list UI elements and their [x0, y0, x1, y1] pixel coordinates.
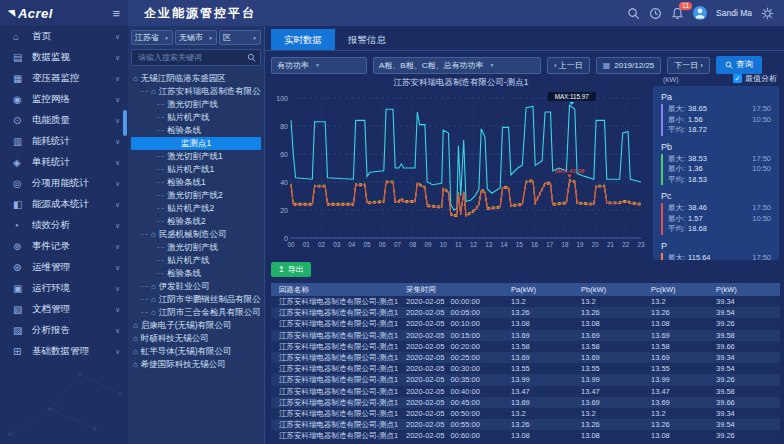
sidebar-item-performance[interactable]: ◔绩效分析∨: [0, 215, 128, 236]
phase-select[interactable]: A相、B相、C相、总有功功率▼: [373, 57, 541, 74]
building-icon: ⌂: [133, 321, 138, 330]
tree-node[interactable]: ⌂民盛机械制造公司: [131, 228, 261, 241]
sidebar-item-data-monitor[interactable]: ▤数据监视∨: [0, 47, 128, 68]
tree-node-label: 贴片机产线1: [167, 164, 214, 174]
gear-icon[interactable]: [761, 7, 774, 20]
table-cell: 39.54: [708, 363, 780, 374]
avatar[interactable]: [693, 6, 707, 20]
subitem-energy-icon: ◎: [13, 178, 28, 189]
tree-node[interactable]: 激光切割产线1: [131, 150, 261, 163]
power-quality-icon: ⊙: [13, 115, 28, 126]
sidebar-scrollbar[interactable]: [123, 110, 127, 136]
stat-series-name: Pc: [661, 191, 771, 201]
chart-plot[interactable]: 0204060801000001020304050607080910111213…: [275, 92, 647, 250]
tree-node[interactable]: 贴片机产线1: [131, 163, 261, 176]
table-cell: 13.26: [643, 419, 708, 430]
province-select[interactable]: 江苏省▼: [131, 30, 173, 45]
sidebar-item-label: 文档管理: [32, 303, 115, 316]
chevron-right-icon: ›: [700, 61, 703, 70]
user-name[interactable]: Sandi Ma: [716, 8, 752, 18]
chart-unit-label: (kW): [663, 75, 679, 84]
sidebar-item-transformer[interactable]: ▦变压器监控∨: [0, 68, 128, 89]
sidebar-item-subitem-stats[interactable]: ◎分项用能统计∨: [0, 173, 128, 194]
sidebar-item-home[interactable]: ⌂首页∨: [0, 26, 128, 47]
tree-node[interactable]: 激光切割产线2: [131, 189, 261, 202]
table-cell: 39.26: [708, 318, 780, 329]
tree-connector: [157, 169, 164, 170]
tree-node[interactable]: 贴片机产线: [131, 111, 261, 124]
tree-node[interactable]: ⌂伊发鞋业公司: [131, 280, 261, 293]
sidebar-item-report[interactable]: ▨分析报告∨: [0, 320, 128, 341]
svg-text:40: 40: [280, 179, 288, 186]
table-cell: 13.69: [503, 330, 573, 341]
tree-node[interactable]: 检验条线: [131, 124, 261, 137]
sidebar-item-env[interactable]: ▣运行环境∨: [0, 278, 128, 299]
tree-node[interactable]: ⌂无锡江阴临港东盛园区: [131, 72, 261, 85]
tree-node[interactable]: 贴片机产线2: [131, 202, 261, 215]
tree-node[interactable]: 激光切割产线: [131, 98, 261, 111]
sidebar-item-energy-stats[interactable]: ▥能耗统计∨: [0, 131, 128, 152]
sidebar-item-power-quality[interactable]: ⊙电能质量∨: [0, 110, 128, 131]
tree-node[interactable]: 检验条线2: [131, 215, 261, 228]
svg-text:100: 100: [276, 95, 288, 102]
tree-node[interactable]: ⌂希捷国际科技无锡公司: [131, 358, 261, 371]
search-icon[interactable]: [627, 7, 640, 20]
max-analysis-checkbox[interactable]: ✓ 最值分析: [733, 73, 777, 84]
sidebar-item-cost-stats[interactable]: ◧能源成本统计∨: [0, 194, 128, 215]
tree-node[interactable]: 监测点1: [131, 137, 261, 150]
tree-node[interactable]: ⌂时硕科技无锡公司: [131, 332, 261, 345]
prev-day-button[interactable]: ‹上一日: [547, 57, 590, 74]
stat-value: 18.68: [688, 224, 707, 235]
next-day-button[interactable]: 下一日›: [667, 57, 710, 74]
tree-node-label: 激光切割产线2: [167, 190, 223, 200]
tree-node-label: 希捷国际科技无锡公司: [141, 359, 226, 369]
bar-chart-icon: ▥: [13, 136, 28, 147]
tab-realtime-data[interactable]: 实时数据: [271, 29, 335, 50]
table-cell: 13.08: [573, 430, 643, 441]
search-icon[interactable]: [247, 53, 256, 62]
tree-connector: [141, 312, 148, 313]
metric-select[interactable]: 有功功率▼: [271, 57, 367, 74]
sidebar-item-docs[interactable]: ▧文档管理∨: [0, 299, 128, 320]
sidebar-item-events[interactable]: ⊚事件记录∨: [0, 236, 128, 257]
table-cell: 2020-02-05 00:25:00: [398, 352, 503, 363]
tree-node[interactable]: ⌂江阴市华鹏钢丝制品有限公司: [131, 293, 261, 306]
tree-node-label: 贴片机产线: [167, 255, 210, 265]
svg-text:80: 80: [280, 123, 288, 130]
clock-icon[interactable]: [649, 7, 662, 20]
sidebar-item-om[interactable]: ⊛运维管理∨: [0, 257, 128, 278]
chevron-down-icon: ∨: [115, 54, 120, 62]
tree-search-input[interactable]: [136, 52, 247, 63]
date-picker[interactable]: ▦2019/12/25: [596, 57, 662, 74]
tree-node[interactable]: 贴片机产线: [131, 254, 261, 267]
query-button[interactable]: 查询: [716, 56, 762, 74]
menu-collapse-icon[interactable]: ≡: [112, 6, 120, 21]
tab-alarm-info[interactable]: 报警信息: [335, 29, 399, 50]
table-cell: 13.2: [503, 408, 573, 419]
building-icon: ⌂: [133, 334, 138, 343]
table-cell: 江苏安科瑞电器制造有限公司-测点1: [271, 408, 398, 419]
tree-node[interactable]: ⌂江阴市三合金检具有限公司: [131, 306, 261, 319]
district-select[interactable]: 区▼: [219, 30, 261, 45]
export-button[interactable]: ↥导出: [271, 262, 311, 277]
stat-time: 10:50: [752, 164, 771, 175]
column-header: 采集时间: [398, 283, 503, 296]
tree-node[interactable]: 激光切割产线: [131, 241, 261, 254]
chart-x-axis: 0001020304050607080910111213141516171819…: [287, 238, 645, 248]
sidebar-item-network[interactable]: ◉监控网络∨: [0, 89, 128, 110]
region-selects: 江苏省▼ 无锡市▼ 区▼: [131, 30, 261, 45]
tree-node[interactable]: 检验条线: [131, 267, 261, 280]
notification-bell[interactable]: 11: [671, 7, 684, 20]
building-icon: ⌂: [151, 230, 156, 239]
stat-block-Pc: Pc最大:38.4617:50最小:1.5710:50平均:18.68: [661, 191, 771, 235]
tree-node[interactable]: ⌂江苏安科瑞电器制造有限公司: [131, 85, 261, 98]
tree-node[interactable]: ⌂启康电子(无锡)有限公司: [131, 319, 261, 332]
tree-node[interactable]: 检验条线1: [131, 176, 261, 189]
chevron-down-icon: ∨: [115, 306, 120, 314]
table-cell: 13.69: [573, 397, 643, 408]
city-select[interactable]: 无锡市▼: [175, 30, 217, 45]
svg-text:10: 10: [440, 241, 448, 248]
sidebar-item-unit-stats[interactable]: ◈单耗统计∨: [0, 152, 128, 173]
tree-node[interactable]: ⌂虹半导体(无锡)有限公司: [131, 345, 261, 358]
table-cell: 39.26: [708, 374, 780, 385]
